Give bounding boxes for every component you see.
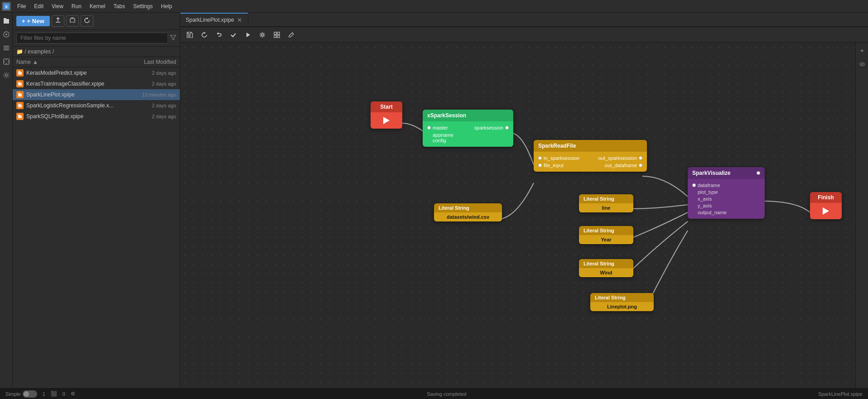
reload-button[interactable]: [198, 30, 210, 40]
literal-wind-node[interactable]: Literal String Wind: [579, 259, 633, 277]
pipeline-canvas[interactable]: Start xSparkSession master: [180, 43, 855, 388]
right-sidebar-expand-icon[interactable]: [858, 46, 867, 55]
file-modified-1: 2 days ago: [122, 81, 176, 87]
sparkread-node[interactable]: SparkReadFile in_sparksession file_i: [534, 140, 647, 172]
svg-rect-5: [4, 48, 9, 48]
svg-rect-10: [274, 32, 276, 34]
undo-button[interactable]: [213, 30, 225, 40]
settings-icon[interactable]: ⚙: [71, 391, 75, 397]
literal-wind-value: Wind: [579, 268, 633, 277]
sidebar-circle-icon[interactable]: [2, 30, 11, 39]
literal-line-value: line: [579, 203, 633, 212]
menu-edit[interactable]: Edit: [30, 2, 47, 10]
sparkread-header: SparkReadFile: [534, 140, 647, 152]
tab-sparklineplot[interactable]: SparkLinePlot.xpipe ✕: [180, 13, 248, 26]
file-icon-2: [16, 91, 24, 98]
download-button[interactable]: [66, 15, 79, 27]
tab-label: SparkLinePlot.xpipe: [186, 17, 234, 23]
col-name-header[interactable]: Name ▲: [16, 59, 122, 65]
file-panel: + + New 📁 / examples / Name: [13, 13, 180, 388]
right-sidebar-eye-icon[interactable]: [858, 60, 867, 69]
literal-lineplot-value: Lineplot.png: [590, 302, 654, 311]
sidebar-gear-icon[interactable]: [2, 71, 11, 80]
sparkvis-port-dataframe: dataframe: [698, 183, 720, 188]
file-panel-toolbar: + + New: [13, 13, 180, 30]
literal-year-node[interactable]: Literal String Year: [579, 226, 633, 244]
refresh-button[interactable]: [81, 15, 93, 27]
sparkread-port-file-input: file_input: [544, 163, 564, 168]
literal-wind-csv-node[interactable]: Literal String datasets/wind.csv: [434, 203, 502, 221]
mode-label: Simple: [5, 391, 21, 397]
menu-settings[interactable]: Settings: [130, 2, 156, 10]
svg-point-3: [5, 34, 7, 35]
grid-button[interactable]: [271, 30, 283, 40]
menu-run[interactable]: Run: [68, 2, 85, 10]
svg-rect-11: [277, 32, 280, 34]
menu-help[interactable]: Help: [157, 2, 176, 10]
list-item[interactable]: SparkLogisticRegressionSample.x... 2 day…: [13, 100, 180, 111]
xspark-node[interactable]: xSparkSession master sparksession: [423, 110, 513, 147]
status-left: Simple 1 ⬛ 0 ⚙: [5, 390, 75, 398]
file-modified-2: 13 minutes ago: [122, 92, 176, 97]
canvas-right-wrapper: Start xSparkSession master: [180, 43, 868, 388]
sidebar-list-icon[interactable]: [2, 43, 11, 53]
svg-point-8: [5, 74, 7, 77]
edit-pen-button[interactable]: [285, 30, 297, 40]
sidebar-files-icon[interactable]: [2, 16, 11, 25]
col-modified-header[interactable]: Last Modified: [122, 59, 176, 65]
xspark-body: master sparksession appname config: [423, 121, 513, 147]
menu-view[interactable]: View: [48, 2, 67, 10]
sparkvis-port-yaxis: y_axis: [692, 203, 760, 208]
filter-icon[interactable]: [170, 34, 176, 42]
col-name-label: Name: [16, 59, 31, 65]
start-node-label: Start: [371, 101, 402, 112]
file-name-1: KerasTrainImageClassifier.xpipe: [26, 81, 122, 87]
tab-close-icon[interactable]: ✕: [237, 16, 242, 24]
upload-button[interactable]: [52, 15, 64, 27]
finish-node[interactable]: Finish: [810, 192, 842, 219]
status-bar: Simple 1 ⬛ 0 ⚙ Saving completed SparkLin…: [0, 388, 868, 399]
literal-line-node[interactable]: Literal String line: [579, 194, 633, 212]
toggle-track[interactable]: [23, 390, 37, 398]
run-button[interactable]: [242, 30, 254, 40]
search-input[interactable]: [16, 33, 168, 43]
file-icon-3: [16, 102, 24, 109]
svg-rect-12: [274, 35, 276, 38]
new-button-label: + New: [27, 18, 44, 24]
sparkread-body: in_sparksession file_input out_sparksess…: [534, 152, 647, 172]
list-item[interactable]: KerasTrainImageClassifier.xpipe 2 days a…: [13, 78, 180, 89]
start-node[interactable]: Start: [371, 101, 402, 129]
breadcrumb-text: / examples /: [24, 48, 54, 55]
list-item[interactable]: KerasModelPredict.xpipe 2 days ago: [13, 67, 180, 78]
menu-kernel[interactable]: Kernel: [86, 2, 109, 10]
svg-text:X: X: [5, 5, 8, 9]
sparkvis-node[interactable]: SparkVisualize dataframe plot_type x_axi…: [688, 167, 765, 219]
xspark-port-sparksession: sparksession: [474, 125, 503, 130]
file-modified-4: 2 days ago: [122, 114, 176, 119]
sparkvis-port-xaxis: x_axis: [692, 196, 760, 202]
xspark-port-config: config: [427, 138, 509, 143]
toggle-knob: [24, 391, 29, 397]
sparkread-port-out-sparksession: out_sparksession: [598, 155, 637, 161]
literal-lineplot-node[interactable]: Literal String Lineplot.png: [590, 293, 654, 311]
literal-line-header: Literal String: [579, 194, 633, 203]
cell-count: 1: [43, 391, 45, 397]
literal-lineplot-header: Literal String: [590, 293, 654, 302]
save-button[interactable]: [184, 30, 196, 40]
check-button[interactable]: [227, 30, 239, 40]
list-item[interactable]: SparkLinePlot.xpipe 13 minutes ago: [13, 89, 180, 100]
sidebar-puzzle-icon[interactable]: [2, 57, 11, 66]
folder-icon: 📁: [16, 48, 23, 55]
literal-wind-csv-header: Literal String: [434, 203, 502, 212]
file-modified-0: 2 days ago: [122, 70, 176, 76]
menu-file[interactable]: File: [14, 2, 29, 10]
settings-gear-button[interactable]: [256, 30, 268, 40]
svg-rect-13: [277, 35, 280, 38]
svg-point-9: [261, 34, 264, 36]
status-message: Saving completed: [427, 391, 466, 397]
menu-tabs[interactable]: Tabs: [110, 2, 129, 10]
new-button[interactable]: + + New: [16, 16, 50, 26]
list-item[interactable]: SparkSQLPlotBar.xpipe 2 days ago: [13, 111, 180, 122]
svg-rect-4: [4, 46, 9, 47]
sparkvis-body: dataframe plot_type x_axis y_axis output…: [688, 179, 765, 219]
